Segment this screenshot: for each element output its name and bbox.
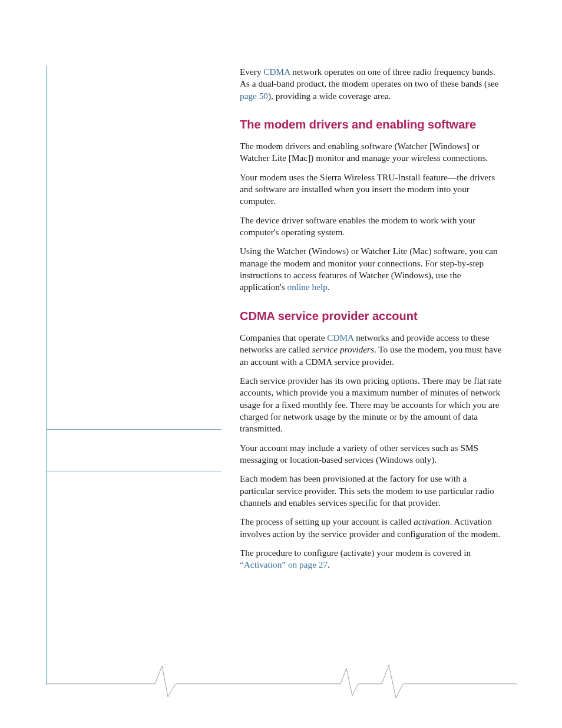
text: .	[328, 559, 330, 569]
body-paragraph: Your account may include a variety of ot…	[240, 442, 502, 466]
link-online-help[interactable]: online help	[287, 282, 328, 292]
text: Every	[240, 67, 263, 77]
text: The procedure to configure (activate) yo…	[240, 548, 471, 558]
decorative-waveform	[46, 660, 517, 701]
link-cdma[interactable]: CDMA	[263, 67, 290, 77]
heading-modem-drivers: The modem drivers and enabling software	[240, 117, 502, 132]
body-paragraph: Companies that operate CDMA networks and…	[240, 332, 502, 368]
main-content: Every CDMA network operates on one of th…	[240, 66, 502, 571]
heading-cdma-account: CDMA service provider account	[240, 309, 502, 324]
body-paragraph: The device driver software enables the m…	[240, 215, 502, 239]
text: ), providing a wide coverage area.	[268, 91, 391, 101]
emphasis-service-providers: service providers	[312, 344, 374, 354]
body-paragraph: The procedure to configure (activate) yo…	[240, 547, 502, 571]
intro-paragraph: Every CDMA network operates on one of th…	[240, 66, 502, 102]
body-paragraph: Your modem uses the Sierra Wireless TRU-…	[240, 172, 502, 207]
text: Companies that operate	[240, 332, 327, 342]
body-paragraph: Each modem has been provisioned at the f…	[240, 473, 502, 509]
body-paragraph: Using the Watcher (Windows) or Watcher L…	[240, 245, 502, 293]
text: Using the Watcher (Windows) or Watcher L…	[240, 246, 498, 292]
text: .	[328, 282, 330, 292]
link-activation-page-27[interactable]: “Activation” on page 27	[240, 559, 328, 569]
link-cdma-2[interactable]: CDMA	[327, 332, 353, 342]
body-paragraph: The modem drivers and enabling software …	[240, 140, 502, 164]
body-paragraph: The process of setting up your account i…	[240, 516, 502, 540]
text: The process of setting up your account i…	[240, 516, 414, 526]
body-paragraph: Each service provider has its own pricin…	[240, 375, 502, 435]
link-page-50[interactable]: page 50	[240, 91, 268, 101]
emphasis-activation: activation	[414, 516, 449, 526]
